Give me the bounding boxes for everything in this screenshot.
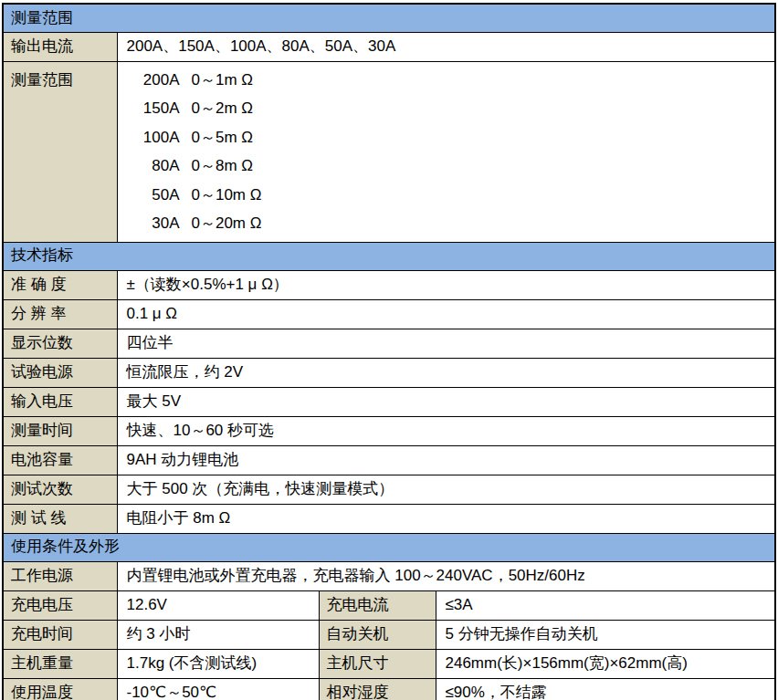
- range-line: 50A0～10m Ω: [127, 181, 772, 210]
- spec-row-test-power: 试验电源 恒流限压，约 2V: [3, 358, 775, 387]
- grid-label: 主机尺寸: [319, 649, 436, 678]
- spec-row-battery-capacity: 电池容量 9AH 动力锂电池: [3, 445, 775, 475]
- range-line: 100A0～5m Ω: [127, 123, 772, 152]
- range-current: 30A: [127, 209, 180, 238]
- range-line: 30A0～20m Ω: [127, 209, 772, 238]
- grid-value: -10℃～50℃: [117, 678, 319, 700]
- spec-label: 测试次数: [3, 475, 117, 504]
- spec-table: 测量范围 输出电流 200A、150A、100A、80A、50A、30A 测量范…: [2, 3, 776, 700]
- spec-label: 分 辨 率: [3, 299, 117, 329]
- row-weight-size: 主机重量 1.7kg (不含测试线) 主机尺寸 246mm(长)×156mm(宽…: [3, 649, 775, 678]
- grid-label: 充电电压: [3, 590, 117, 620]
- range-value: 0～8m Ω: [180, 157, 254, 174]
- spec-value: 快速、10～60 秒可选: [117, 416, 775, 445]
- range-current: 80A: [127, 151, 180, 181]
- row-working-power: 工作电源 内置锂电池或外置充电器，充电器输入 100～240VAC，50Hz/6…: [3, 561, 775, 590]
- section-header-usage: 使用条件及外形: [3, 533, 775, 561]
- range-current: 100A: [127, 123, 180, 152]
- section-header-tech: 技术指标: [3, 242, 775, 270]
- section-header-row-tech: 技术指标: [3, 242, 775, 270]
- grid-value: 1.7kg (不含测试线): [117, 649, 319, 678]
- grid-value: 5 分钟无操作自动关机: [436, 620, 775, 649]
- spec-value: 最大 5V: [117, 387, 775, 416]
- measure-range-value: 200A0～1m Ω 150A0～2m Ω 100A0～5m Ω 80A0～8m…: [117, 61, 775, 242]
- section-header-row-measure: 测量范围: [3, 4, 775, 32]
- spec-value: 电阻小于 8m Ω: [117, 504, 775, 533]
- spec-value: 大于 500 次（充满电，快速测量模式）: [117, 475, 775, 504]
- row-charge-time-autooff: 充电时间 约 3 小时 自动关机 5 分钟无操作自动关机: [3, 620, 775, 649]
- grid-label: 充电电流: [319, 590, 436, 620]
- spec-row-test-count: 测试次数 大于 500 次（充满电，快速测量模式）: [3, 475, 775, 504]
- range-current: 50A: [127, 181, 180, 210]
- grid-value: 246mm(长)×156mm(宽)×62mm(高): [436, 649, 775, 678]
- spec-value: 四位半: [117, 329, 775, 358]
- spec-label: 试验电源: [3, 358, 117, 387]
- grid-label: 充电时间: [3, 620, 117, 649]
- spec-label: 测 试 线: [3, 504, 117, 533]
- spec-value: 恒流限压，约 2V: [117, 358, 775, 387]
- range-line: 200A0～1m Ω: [127, 66, 772, 95]
- spec-row-measure-time: 测量时间 快速、10～60 秒可选: [3, 416, 775, 445]
- grid-label: 使用温度: [3, 678, 117, 700]
- spec-label: 测量时间: [3, 416, 117, 445]
- working-power-label: 工作电源: [3, 561, 117, 590]
- spec-row-accuracy: 准 确 度 ±（读数×0.5%+1 μ Ω）: [3, 270, 775, 299]
- range-value: 0～1m Ω: [180, 71, 254, 89]
- row-output-current: 输出电流 200A、150A、100A、80A、50A、30A: [3, 32, 775, 61]
- spec-row-resolution: 分 辨 率 0.1 μ Ω: [3, 299, 775, 329]
- spec-value: ±（读数×0.5%+1 μ Ω）: [117, 270, 775, 299]
- row-temp-humidity: 使用温度 -10℃～50℃ 相对湿度 ≤90%，不结露: [3, 678, 775, 700]
- range-value: 0～2m Ω: [180, 99, 254, 117]
- output-current-value: 200A、150A、100A、80A、50A、30A: [117, 32, 775, 61]
- grid-value: ≤90%，不结露: [436, 678, 775, 700]
- spec-label: 输入电压: [3, 387, 117, 416]
- range-current: 150A: [127, 94, 180, 123]
- grid-value: 12.6V: [117, 590, 319, 620]
- range-line: 150A0～2m Ω: [127, 94, 772, 123]
- grid-label: 主机重量: [3, 649, 117, 678]
- spec-value: 0.1 μ Ω: [117, 299, 775, 329]
- spec-label: 电池容量: [3, 445, 117, 475]
- spec-value: 9AH 动力锂电池: [117, 445, 775, 475]
- grid-value: 约 3 小时: [117, 620, 319, 649]
- range-value: 0～10m Ω: [180, 186, 262, 204]
- grid-label: 自动关机: [319, 620, 436, 649]
- row-measure-range: 测量范围 200A0～1m Ω 150A0～2m Ω 100A0～5m Ω 80…: [3, 61, 775, 242]
- spec-row-test-lead: 测 试 线 电阻小于 8m Ω: [3, 504, 775, 533]
- range-current: 200A: [127, 66, 180, 95]
- section-header-measure: 测量范围: [3, 4, 775, 32]
- spec-row-input-voltage: 输入电压 最大 5V: [3, 387, 775, 416]
- grid-value: ≤3A: [436, 590, 775, 620]
- range-value: 0～5m Ω: [180, 129, 254, 146]
- row-charge-voltage-current: 充电电压 12.6V 充电电流 ≤3A: [3, 590, 775, 620]
- output-current-label: 输出电流: [3, 32, 117, 61]
- spec-row-display-digits: 显示位数 四位半: [3, 329, 775, 358]
- spec-label: 准 确 度: [3, 270, 117, 299]
- measure-range-label: 测量范围: [3, 61, 117, 242]
- range-value: 0～20m Ω: [180, 214, 262, 232]
- grid-label: 相对湿度: [319, 678, 436, 700]
- range-line: 80A0～8m Ω: [127, 151, 772, 181]
- section-header-row-usage: 使用条件及外形: [3, 533, 775, 561]
- spec-label: 显示位数: [3, 329, 117, 358]
- working-power-value: 内置锂电池或外置充电器，充电器输入 100～240VAC，50Hz/60Hz: [117, 561, 775, 590]
